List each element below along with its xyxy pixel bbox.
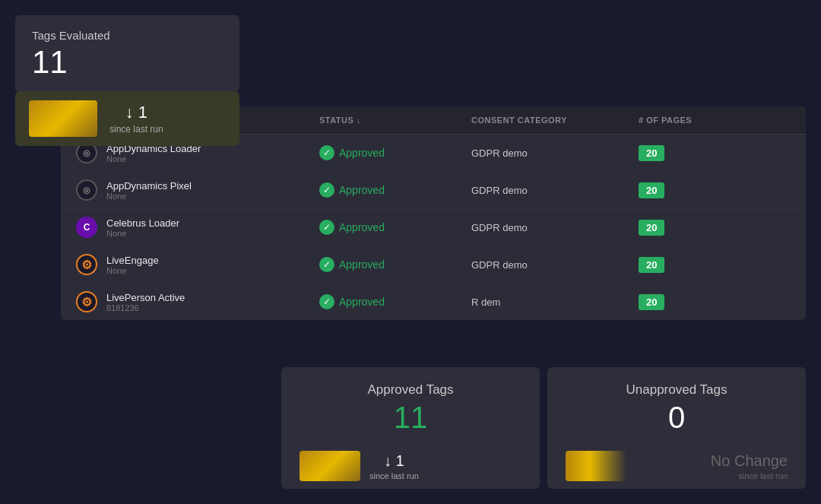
consent-category: GDPR demo (471, 185, 639, 196)
tag-name-cell: ⚙ LivePerson Active 8181236 (76, 291, 319, 312)
since-last-run-top-card: ↓ 1 since last run (15, 91, 239, 146)
status-cell: ✓ Approved (319, 257, 471, 272)
unapproved-tags-title: Unapproved Tags (566, 382, 788, 398)
tag-name: AppDynamics Pixel (106, 180, 192, 192)
table-row: ⚙ LiveEngage None ✓ Approved GDPR demo 2… (61, 246, 806, 284)
tag-sub: None (106, 266, 159, 275)
tag-name-cell: ◎ AppDynamics Pixel None (76, 179, 319, 201)
tags-evaluated-card: Tags Evaluated 11 (15, 15, 239, 92)
approved-icon: ✓ (319, 145, 334, 160)
unapproved-since-value: No Change (636, 452, 788, 470)
gold-bar-unapproved (566, 451, 626, 481)
col-header-consent: CONSENT CATEGORY (471, 116, 639, 125)
tag-name-cell: C Celebrus Loader None (76, 217, 319, 238)
gold-bar-top (29, 100, 97, 137)
table-row: ◎ AppDynamics Pixel None ✓ Approved GDPR… (61, 172, 806, 209)
tag-icon-celebrus: C (76, 217, 97, 238)
scene: Tags Evaluated 11 ↓ 1 since last run STA… (0, 0, 821, 504)
approved-since-text: ↓ 1 since last run (369, 452, 419, 480)
unapproved-tags-card: Unapproved Tags 0 No Change since last r… (547, 367, 806, 489)
status-cell: ✓ Approved (319, 145, 471, 160)
tag-name: LiveEngage (106, 255, 159, 266)
approved-tags-value: 11 (300, 401, 521, 434)
table-row: C Celebrus Loader None ✓ Approved GDPR d… (61, 209, 806, 246)
tag-name: Celebrus Loader (106, 217, 179, 229)
since-last-run-top-text: ↓ 1 since last run (109, 103, 163, 135)
table-row: ⚙ LivePerson Active 8181236 ✓ Approved R… (61, 284, 806, 320)
tag-sub: None (106, 229, 179, 238)
approved-tags-since: ↓ 1 since last run (300, 443, 521, 489)
status-text: Approved (339, 147, 385, 159)
status-cell: ✓ Approved (319, 220, 471, 235)
pages-badge-cell: 20 (639, 145, 730, 161)
unapproved-since-label: since last run (636, 471, 788, 480)
status-text: Approved (339, 221, 385, 233)
approved-icon: ✓ (319, 294, 334, 309)
tag-icon-liveengage: ⚙ (76, 254, 97, 275)
tag-sub: 8181236 (106, 303, 185, 312)
pages-badge-cell: 20 (639, 294, 730, 310)
status-cell: ✓ Approved (319, 294, 471, 309)
pages-badge-cell: 20 (639, 182, 730, 198)
pages-badge: 20 (639, 145, 664, 161)
approved-tags-card: Approved Tags 11 ↓ 1 since last run (281, 367, 540, 489)
approved-icon: ✓ (319, 257, 334, 272)
tag-sub: None (106, 154, 201, 163)
approved-icon: ✓ (319, 220, 334, 235)
tag-icon-liveperson: ⚙ (76, 291, 97, 312)
unapproved-tags-value: 0 (566, 401, 788, 434)
consent-category: R dem (471, 296, 639, 308)
tag-name-info: Celebrus Loader None (106, 217, 179, 238)
tags-evaluated-title: Tags Evaluated (32, 29, 223, 42)
gold-bar-approved (300, 451, 360, 481)
col-header-status: STATUS (319, 116, 471, 125)
approved-icon: ✓ (319, 182, 334, 198)
unapproved-tags-since: No Change since last run (566, 443, 788, 489)
pages-badge: 20 (639, 182, 664, 198)
tags-evaluated-value: 11 (32, 45, 223, 80)
tag-icon-appdynamics-pixel: ◎ (76, 179, 97, 201)
status-text: Approved (339, 184, 385, 196)
tag-name-info: LivePerson Active 8181236 (106, 292, 185, 312)
col-header-pages: # OF PAGES (639, 116, 730, 125)
consent-category: GDPR demo (471, 259, 639, 271)
approved-since-value: ↓ 1 (369, 452, 419, 470)
consent-category: GDPR demo (471, 147, 639, 159)
overlay-cards: Approved Tags 11 ↓ 1 since last run Unap… (281, 367, 806, 489)
status-text: Approved (339, 296, 385, 308)
tag-name-info: LiveEngage None (106, 255, 159, 275)
pages-badge-cell: 20 (639, 257, 730, 273)
tag-name-info: AppDynamics Pixel None (106, 180, 192, 201)
status-cell: ✓ Approved (319, 182, 471, 198)
pages-badge: 20 (639, 220, 664, 236)
pages-badge: 20 (639, 257, 664, 273)
status-text: Approved (339, 258, 385, 271)
pages-badge: 20 (639, 294, 664, 310)
approved-tags-title: Approved Tags (300, 382, 521, 398)
slr-top-value: ↓ 1 (109, 103, 163, 122)
pages-badge-cell: 20 (639, 220, 730, 236)
unapproved-since-text: No Change since last run (636, 452, 788, 480)
slr-top-label: since last run (109, 124, 163, 135)
tag-name: LivePerson Active (106, 292, 185, 303)
tag-name-cell: ⚙ LiveEngage None (76, 254, 319, 275)
tag-sub: None (106, 192, 192, 201)
consent-category: GDPR demo (471, 222, 639, 233)
approved-since-label: since last run (369, 471, 419, 480)
